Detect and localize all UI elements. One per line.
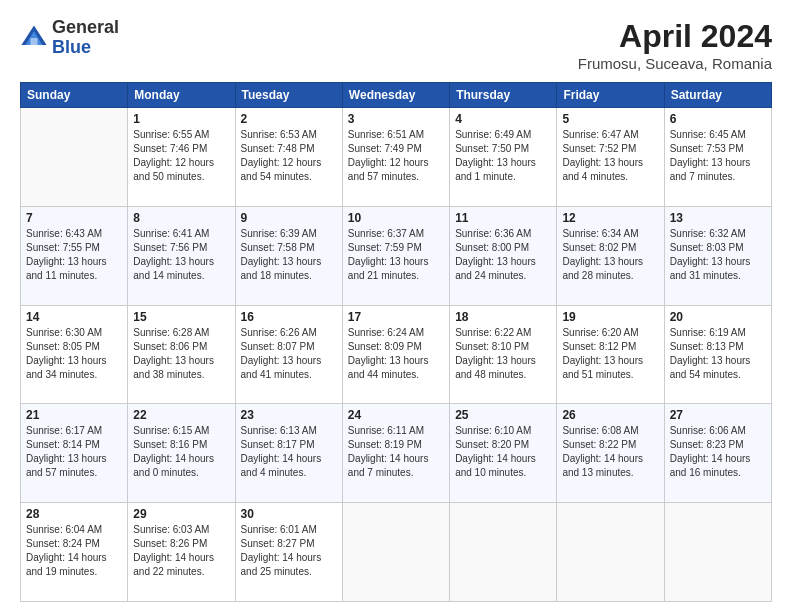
col-header-thursday: Thursday [450,83,557,108]
day-number: 20 [670,310,766,324]
day-cell: 11Sunrise: 6:36 AM Sunset: 8:00 PM Dayli… [450,206,557,305]
day-number: 5 [562,112,658,126]
day-number: 15 [133,310,229,324]
day-cell [342,503,449,602]
day-cell [664,503,771,602]
day-cell: 18Sunrise: 6:22 AM Sunset: 8:10 PM Dayli… [450,305,557,404]
day-cell: 16Sunrise: 6:26 AM Sunset: 8:07 PM Dayli… [235,305,342,404]
day-number: 18 [455,310,551,324]
logo-general: General [52,17,119,37]
subtitle: Frumosu, Suceava, Romania [578,55,772,72]
day-cell: 7Sunrise: 6:43 AM Sunset: 7:55 PM Daylig… [21,206,128,305]
day-cell [21,108,128,207]
col-header-monday: Monday [128,83,235,108]
day-cell: 26Sunrise: 6:08 AM Sunset: 8:22 PM Dayli… [557,404,664,503]
day-cell: 27Sunrise: 6:06 AM Sunset: 8:23 PM Dayli… [664,404,771,503]
day-info: Sunrise: 6:10 AM Sunset: 8:20 PM Dayligh… [455,424,551,480]
day-cell: 20Sunrise: 6:19 AM Sunset: 8:13 PM Dayli… [664,305,771,404]
day-info: Sunrise: 6:20 AM Sunset: 8:12 PM Dayligh… [562,326,658,382]
day-number: 29 [133,507,229,521]
day-info: Sunrise: 6:49 AM Sunset: 7:50 PM Dayligh… [455,128,551,184]
day-cell: 19Sunrise: 6:20 AM Sunset: 8:12 PM Dayli… [557,305,664,404]
day-number: 19 [562,310,658,324]
day-cell: 1Sunrise: 6:55 AM Sunset: 7:46 PM Daylig… [128,108,235,207]
day-info: Sunrise: 6:24 AM Sunset: 8:09 PM Dayligh… [348,326,444,382]
day-number: 11 [455,211,551,225]
day-info: Sunrise: 6:08 AM Sunset: 8:22 PM Dayligh… [562,424,658,480]
day-cell: 22Sunrise: 6:15 AM Sunset: 8:16 PM Dayli… [128,404,235,503]
day-cell: 28Sunrise: 6:04 AM Sunset: 8:24 PM Dayli… [21,503,128,602]
day-info: Sunrise: 6:51 AM Sunset: 7:49 PM Dayligh… [348,128,444,184]
svg-rect-2 [31,38,38,45]
day-number: 10 [348,211,444,225]
logo-blue: Blue [52,37,91,57]
day-cell: 14Sunrise: 6:30 AM Sunset: 8:05 PM Dayli… [21,305,128,404]
day-number: 25 [455,408,551,422]
day-cell [450,503,557,602]
week-row-4: 21Sunrise: 6:17 AM Sunset: 8:14 PM Dayli… [21,404,772,503]
day-cell: 13Sunrise: 6:32 AM Sunset: 8:03 PM Dayli… [664,206,771,305]
day-info: Sunrise: 6:34 AM Sunset: 8:02 PM Dayligh… [562,227,658,283]
day-number: 12 [562,211,658,225]
week-row-3: 14Sunrise: 6:30 AM Sunset: 8:05 PM Dayli… [21,305,772,404]
day-number: 13 [670,211,766,225]
day-info: Sunrise: 6:45 AM Sunset: 7:53 PM Dayligh… [670,128,766,184]
day-number: 30 [241,507,337,521]
day-info: Sunrise: 6:47 AM Sunset: 7:52 PM Dayligh… [562,128,658,184]
day-number: 8 [133,211,229,225]
col-header-friday: Friday [557,83,664,108]
day-number: 7 [26,211,122,225]
day-cell: 24Sunrise: 6:11 AM Sunset: 8:19 PM Dayli… [342,404,449,503]
day-info: Sunrise: 6:32 AM Sunset: 8:03 PM Dayligh… [670,227,766,283]
day-info: Sunrise: 6:36 AM Sunset: 8:00 PM Dayligh… [455,227,551,283]
col-header-saturday: Saturday [664,83,771,108]
logo: General Blue [20,18,119,58]
day-info: Sunrise: 6:04 AM Sunset: 8:24 PM Dayligh… [26,523,122,579]
col-header-tuesday: Tuesday [235,83,342,108]
day-cell: 12Sunrise: 6:34 AM Sunset: 8:02 PM Dayli… [557,206,664,305]
day-info: Sunrise: 6:13 AM Sunset: 8:17 PM Dayligh… [241,424,337,480]
day-number: 4 [455,112,551,126]
day-cell: 23Sunrise: 6:13 AM Sunset: 8:17 PM Dayli… [235,404,342,503]
day-info: Sunrise: 6:17 AM Sunset: 8:14 PM Dayligh… [26,424,122,480]
day-number: 23 [241,408,337,422]
day-cell: 10Sunrise: 6:37 AM Sunset: 7:59 PM Dayli… [342,206,449,305]
day-info: Sunrise: 6:22 AM Sunset: 8:10 PM Dayligh… [455,326,551,382]
week-row-5: 28Sunrise: 6:04 AM Sunset: 8:24 PM Dayli… [21,503,772,602]
day-cell: 17Sunrise: 6:24 AM Sunset: 8:09 PM Dayli… [342,305,449,404]
day-cell [557,503,664,602]
page: General Blue April 2024 Frumosu, Suceava… [0,0,792,612]
day-cell: 8Sunrise: 6:41 AM Sunset: 7:56 PM Daylig… [128,206,235,305]
logo-icon [20,24,48,52]
main-title: April 2024 [578,18,772,55]
day-cell: 25Sunrise: 6:10 AM Sunset: 8:20 PM Dayli… [450,404,557,503]
day-cell: 2Sunrise: 6:53 AM Sunset: 7:48 PM Daylig… [235,108,342,207]
day-info: Sunrise: 6:43 AM Sunset: 7:55 PM Dayligh… [26,227,122,283]
day-cell: 29Sunrise: 6:03 AM Sunset: 8:26 PM Dayli… [128,503,235,602]
day-info: Sunrise: 6:19 AM Sunset: 8:13 PM Dayligh… [670,326,766,382]
day-info: Sunrise: 6:39 AM Sunset: 7:58 PM Dayligh… [241,227,337,283]
day-info: Sunrise: 6:53 AM Sunset: 7:48 PM Dayligh… [241,128,337,184]
title-block: April 2024 Frumosu, Suceava, Romania [578,18,772,72]
day-number: 3 [348,112,444,126]
day-info: Sunrise: 6:11 AM Sunset: 8:19 PM Dayligh… [348,424,444,480]
day-cell: 21Sunrise: 6:17 AM Sunset: 8:14 PM Dayli… [21,404,128,503]
day-info: Sunrise: 6:06 AM Sunset: 8:23 PM Dayligh… [670,424,766,480]
day-number: 24 [348,408,444,422]
day-cell: 5Sunrise: 6:47 AM Sunset: 7:52 PM Daylig… [557,108,664,207]
day-cell: 9Sunrise: 6:39 AM Sunset: 7:58 PM Daylig… [235,206,342,305]
week-row-2: 7Sunrise: 6:43 AM Sunset: 7:55 PM Daylig… [21,206,772,305]
day-info: Sunrise: 6:26 AM Sunset: 8:07 PM Dayligh… [241,326,337,382]
week-row-1: 1Sunrise: 6:55 AM Sunset: 7:46 PM Daylig… [21,108,772,207]
day-cell: 15Sunrise: 6:28 AM Sunset: 8:06 PM Dayli… [128,305,235,404]
day-number: 17 [348,310,444,324]
day-cell: 6Sunrise: 6:45 AM Sunset: 7:53 PM Daylig… [664,108,771,207]
day-number: 21 [26,408,122,422]
day-cell: 3Sunrise: 6:51 AM Sunset: 7:49 PM Daylig… [342,108,449,207]
day-number: 14 [26,310,122,324]
day-number: 16 [241,310,337,324]
col-header-wednesday: Wednesday [342,83,449,108]
day-number: 2 [241,112,337,126]
day-number: 27 [670,408,766,422]
day-cell: 30Sunrise: 6:01 AM Sunset: 8:27 PM Dayli… [235,503,342,602]
